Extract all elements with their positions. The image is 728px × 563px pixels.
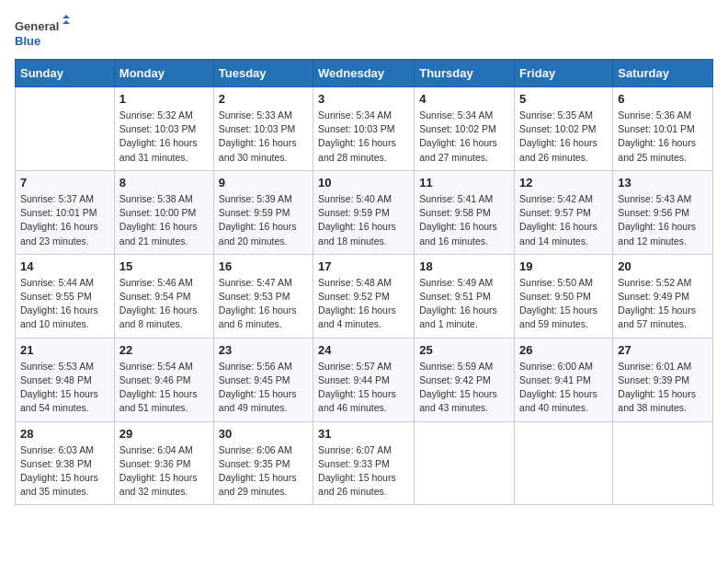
day-info: Sunrise: 5:57 AMSunset: 9:44 PMDaylight:… (318, 360, 409, 416)
day-cell: 30Sunrise: 6:06 AMSunset: 9:35 PMDayligh… (213, 421, 313, 505)
day-info: Sunrise: 5:43 AMSunset: 9:56 PMDaylight:… (618, 192, 708, 248)
day-info: Sunrise: 5:48 AMSunset: 9:52 PMDaylight:… (318, 276, 409, 332)
day-number: 4 (419, 92, 509, 106)
day-number: 17 (318, 259, 409, 273)
day-cell: 28Sunrise: 6:03 AMSunset: 9:38 PMDayligh… (16, 421, 115, 505)
header-friday: Friday (515, 60, 613, 87)
day-cell (16, 87, 115, 171)
day-number: 31 (318, 427, 409, 441)
logo: General Blue (15, 15, 70, 52)
day-info: Sunrise: 5:47 AMSunset: 9:53 PMDaylight:… (219, 276, 308, 332)
day-info: Sunrise: 5:37 AMSunset: 10:01 PMDaylight… (20, 192, 109, 248)
day-cell: 2Sunrise: 5:33 AMSunset: 10:03 PMDayligh… (213, 87, 313, 171)
week-row-2: 7Sunrise: 5:37 AMSunset: 10:01 PMDayligh… (16, 170, 713, 254)
page-header: General Blue (15, 15, 713, 52)
day-info: Sunrise: 5:33 AMSunset: 10:03 PMDaylight… (219, 109, 308, 165)
day-info: Sunrise: 5:38 AMSunset: 10:00 PMDaylight… (119, 192, 209, 248)
day-number: 19 (519, 259, 608, 273)
day-number: 25 (419, 343, 509, 357)
day-cell: 25Sunrise: 5:59 AMSunset: 9:42 PMDayligh… (415, 338, 515, 421)
day-info: Sunrise: 5:41 AMSunset: 9:58 PMDaylight:… (419, 192, 509, 248)
svg-text:General: General (15, 19, 59, 33)
day-number: 27 (618, 343, 708, 357)
day-number: 8 (119, 176, 209, 190)
svg-text:Blue: Blue (15, 34, 40, 48)
day-cell: 18Sunrise: 5:49 AMSunset: 9:51 PMDayligh… (415, 254, 515, 338)
day-info: Sunrise: 6:00 AMSunset: 9:41 PMDaylight:… (519, 360, 608, 416)
day-info: Sunrise: 5:39 AMSunset: 9:59 PMDaylight:… (219, 192, 308, 248)
day-cell: 12Sunrise: 5:42 AMSunset: 9:57 PMDayligh… (515, 170, 613, 254)
day-info: Sunrise: 5:54 AMSunset: 9:46 PMDaylight:… (119, 360, 209, 416)
day-number: 2 (219, 92, 308, 106)
day-number: 22 (119, 343, 209, 357)
day-info: Sunrise: 5:40 AMSunset: 9:59 PMDaylight:… (318, 192, 409, 248)
day-number: 20 (618, 259, 708, 273)
header-saturday: Saturday (613, 60, 713, 87)
day-number: 9 (219, 176, 308, 190)
day-cell: 22Sunrise: 5:54 AMSunset: 9:46 PMDayligh… (114, 338, 213, 421)
day-cell (515, 421, 613, 505)
day-cell: 5Sunrise: 5:35 AMSunset: 10:02 PMDayligh… (515, 87, 613, 171)
header-sunday: Sunday (16, 60, 115, 87)
day-info: Sunrise: 6:03 AMSunset: 9:38 PMDaylight:… (20, 443, 109, 500)
day-cell: 8Sunrise: 5:38 AMSunset: 10:00 PMDayligh… (114, 170, 213, 254)
header-thursday: Thursday (415, 60, 515, 87)
day-info: Sunrise: 5:52 AMSunset: 9:49 PMDaylight:… (618, 276, 708, 332)
day-info: Sunrise: 6:06 AMSunset: 9:35 PMDaylight:… (219, 443, 308, 500)
day-cell: 14Sunrise: 5:44 AMSunset: 9:55 PMDayligh… (16, 254, 115, 338)
day-number: 16 (219, 259, 308, 273)
day-info: Sunrise: 5:32 AMSunset: 10:03 PMDaylight… (119, 109, 209, 165)
day-cell: 1Sunrise: 5:32 AMSunset: 10:03 PMDayligh… (114, 87, 213, 171)
day-number: 18 (419, 259, 509, 273)
day-info: Sunrise: 5:35 AMSunset: 10:02 PMDaylight… (519, 109, 608, 165)
day-number: 13 (618, 176, 708, 190)
day-cell: 26Sunrise: 6:00 AMSunset: 9:41 PMDayligh… (515, 338, 613, 421)
day-number: 10 (318, 176, 409, 190)
day-info: Sunrise: 5:44 AMSunset: 9:55 PMDaylight:… (20, 276, 109, 332)
svg-marker-2 (63, 15, 70, 18)
day-info: Sunrise: 5:50 AMSunset: 9:50 PMDaylight:… (519, 276, 608, 332)
day-cell (613, 421, 713, 505)
day-info: Sunrise: 5:34 AMSunset: 10:02 PMDaylight… (419, 109, 509, 165)
day-cell: 7Sunrise: 5:37 AMSunset: 10:01 PMDayligh… (16, 170, 115, 254)
day-cell: 19Sunrise: 5:50 AMSunset: 9:50 PMDayligh… (515, 254, 613, 338)
day-number: 5 (519, 92, 608, 106)
day-info: Sunrise: 6:07 AMSunset: 9:33 PMDaylight:… (318, 443, 409, 500)
day-cell: 15Sunrise: 5:46 AMSunset: 9:54 PMDayligh… (114, 254, 213, 338)
day-info: Sunrise: 5:59 AMSunset: 9:42 PMDaylight:… (419, 360, 509, 416)
day-cell: 9Sunrise: 5:39 AMSunset: 9:59 PMDaylight… (213, 170, 313, 254)
day-cell: 11Sunrise: 5:41 AMSunset: 9:58 PMDayligh… (415, 170, 515, 254)
day-info: Sunrise: 6:01 AMSunset: 9:39 PMDaylight:… (618, 360, 708, 416)
day-number: 14 (20, 259, 109, 273)
day-cell: 4Sunrise: 5:34 AMSunset: 10:02 PMDayligh… (415, 87, 515, 171)
day-cell: 16Sunrise: 5:47 AMSunset: 9:53 PMDayligh… (213, 254, 313, 338)
header-row: SundayMondayTuesdayWednesdayThursdayFrid… (16, 60, 713, 87)
day-number: 1 (119, 92, 209, 106)
day-number: 3 (318, 92, 409, 106)
day-info: Sunrise: 5:42 AMSunset: 9:57 PMDaylight:… (519, 192, 608, 248)
day-info: Sunrise: 5:56 AMSunset: 9:45 PMDaylight:… (219, 360, 308, 416)
day-number: 15 (119, 259, 209, 273)
day-info: Sunrise: 5:53 AMSunset: 9:48 PMDaylight:… (20, 360, 109, 416)
calendar-table: SundayMondayTuesdayWednesdayThursdayFrid… (15, 59, 713, 505)
header-tuesday: Tuesday (213, 60, 313, 87)
week-row-3: 14Sunrise: 5:44 AMSunset: 9:55 PMDayligh… (16, 254, 713, 338)
svg-marker-3 (63, 20, 70, 24)
day-cell: 10Sunrise: 5:40 AMSunset: 9:59 PMDayligh… (313, 170, 415, 254)
day-cell: 13Sunrise: 5:43 AMSunset: 9:56 PMDayligh… (613, 170, 713, 254)
day-info: Sunrise: 5:49 AMSunset: 9:51 PMDaylight:… (419, 276, 509, 332)
day-info: Sunrise: 5:36 AMSunset: 10:01 PMDaylight… (618, 109, 708, 165)
week-row-1: 1Sunrise: 5:32 AMSunset: 10:03 PMDayligh… (16, 87, 713, 171)
day-info: Sunrise: 5:34 AMSunset: 10:03 PMDaylight… (318, 109, 409, 165)
day-number: 30 (219, 427, 308, 441)
header-wednesday: Wednesday (313, 60, 415, 87)
day-info: Sunrise: 5:46 AMSunset: 9:54 PMDaylight:… (119, 276, 209, 332)
day-info: Sunrise: 6:04 AMSunset: 9:36 PMDaylight:… (119, 443, 209, 500)
day-number: 28 (20, 427, 109, 441)
day-number: 29 (119, 427, 209, 441)
day-cell (415, 421, 515, 505)
day-cell: 17Sunrise: 5:48 AMSunset: 9:52 PMDayligh… (313, 254, 415, 338)
day-cell: 24Sunrise: 5:57 AMSunset: 9:44 PMDayligh… (313, 338, 415, 421)
week-row-4: 21Sunrise: 5:53 AMSunset: 9:48 PMDayligh… (16, 338, 713, 421)
day-cell: 3Sunrise: 5:34 AMSunset: 10:03 PMDayligh… (313, 87, 415, 171)
